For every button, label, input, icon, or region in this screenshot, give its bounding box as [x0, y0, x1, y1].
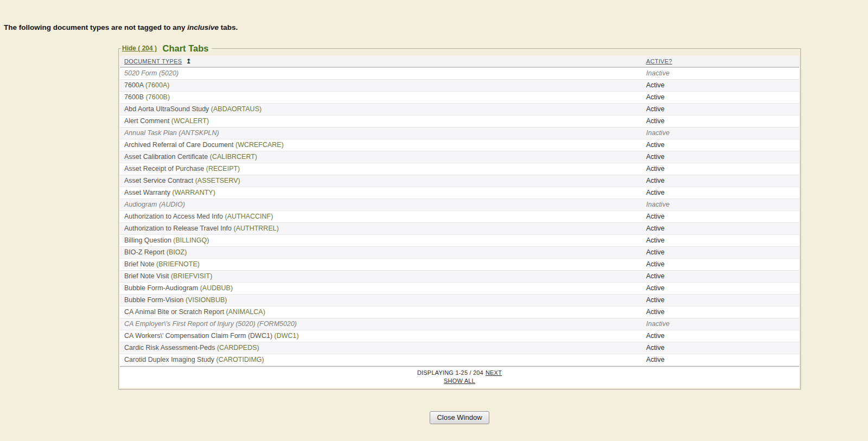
close-window-button[interactable]: Close Window [430, 411, 489, 424]
doc-type-status: Active [642, 354, 799, 366]
doc-type-cell: Asset Warranty (WARRANTY) [120, 187, 642, 199]
doc-type-code: (CAROTIDIMG) [216, 356, 264, 363]
doc-type-cell: Authorization to Release Travel Info (AU… [120, 222, 642, 234]
next-page-link[interactable]: NEXT [486, 369, 502, 376]
doc-type-cell: Brief Note (BRIEFNOTE) [120, 258, 642, 270]
doc-type-status: Inactive [642, 127, 799, 139]
doc-type-code: (WARRANTY) [172, 189, 215, 196]
doc-type-name: Asset Calibration Certificate [124, 153, 208, 161]
doc-type-name: Cardic Risk Assessment-Peds [124, 344, 215, 351]
doc-type-status: Active [642, 103, 799, 115]
doc-type-status: Active [642, 342, 799, 354]
doc-type-code: (DWC1) [275, 332, 299, 340]
doc-type-cell: Asset Service Contract (ASSETSERV) [120, 175, 642, 187]
doc-type-name: Bubble Form-Vision [124, 296, 184, 304]
doc-type-status: Active [642, 151, 799, 163]
table-row: Bubble Form-Vision (VISIONBUB) Active [120, 294, 799, 306]
doc-type-name: Bubble Form-Audiogram [124, 284, 198, 292]
doc-type-status: Active [642, 294, 799, 306]
doc-type-status: Active [642, 330, 799, 342]
doc-type-status: Active [642, 115, 799, 127]
table-row: 7600A (7600A) Active [120, 79, 799, 91]
doc-type-cell: Bubble Form-Vision (VISIONBUB) [120, 294, 642, 306]
table-row: Authorization to Access Med Info (AUTHAC… [120, 210, 799, 222]
show-all-link[interactable]: SHOW ALL [444, 378, 475, 384]
doc-type-name: Abd Aorta UltraSound Study [124, 105, 209, 113]
doc-type-status: Active [642, 163, 799, 175]
doc-type-name: Asset Service Contract [124, 177, 193, 184]
table-row: Annual Task Plan (ANTSKPLN) Inactive [120, 127, 799, 139]
doc-type-code: (FORM5020) [257, 320, 297, 328]
doc-type-status: Inactive [642, 199, 799, 210]
doc-type-name: CA Animal Bite or Scratch Report [124, 308, 224, 316]
chart-tabs-fieldset: Hide ( 204 ) Chart Tabs DOCUMENT TYPES ↥… [118, 43, 801, 389]
doc-type-status: Active [642, 210, 799, 222]
doc-type-cell: Archived Referral of Care Document (WCRE… [120, 139, 642, 151]
intro-text: The following document types are not tag… [4, 23, 238, 31]
doc-type-name: 7600A [124, 81, 143, 89]
intro-prefix: The following document types are not tag… [4, 23, 187, 31]
doc-type-status: Active [642, 91, 799, 103]
doc-type-name: Authorization to Release Travel Info [124, 225, 232, 232]
doc-type-cell: 7600A (7600A) [120, 79, 642, 91]
panel-title: Chart Tabs [162, 43, 208, 53]
doc-type-status: Active [642, 306, 799, 318]
doc-type-status: Active [642, 222, 799, 234]
active-header: ACTIVE? [642, 56, 799, 67]
hide-link[interactable]: Hide ( 204 ) [122, 44, 157, 52]
table-header-row: DOCUMENT TYPES ↥ ACTIVE? [120, 56, 799, 67]
doc-type-cell: Bubble Form-Audiogram (AUDBUB) [120, 282, 642, 294]
doc-type-status: Inactive [642, 318, 799, 330]
doc-type-code: (ANTSKPLN) [178, 129, 219, 137]
doc-type-code: (ANIMALCA) [226, 308, 265, 316]
doc-type-cell: BIO-Z Report (BIOZ) [120, 246, 642, 258]
table-row: Brief Note (BRIEFNOTE) Active [120, 258, 799, 270]
doc-type-status: Active [642, 139, 799, 151]
table-row: Billing Question (BILLINGQ) Active [120, 234, 799, 246]
doc-type-cell: Audiogram (AUDIO) [120, 199, 642, 210]
doc-type-code: (BRIEFNOTE) [156, 260, 200, 268]
doc-type-code: (AUDIO) [159, 201, 185, 208]
doc-type-name: CA Workers\' Compensation Claim Form (DW… [124, 332, 272, 340]
doc-type-cell: Brief Note Visit (BRIEFVISIT) [120, 270, 642, 282]
table-row: Asset Warranty (WARRANTY) Active [120, 187, 799, 199]
doc-type-status: Inactive [642, 67, 799, 79]
doc-type-code: (BIOZ) [167, 248, 187, 256]
table-row: Asset Calibration Certificate (CALIBRCER… [120, 151, 799, 163]
sort-by-document-types-link[interactable]: DOCUMENT TYPES [124, 58, 182, 65]
doc-type-code: (WCALERT) [171, 117, 209, 125]
doc-type-name: Asset Warranty [124, 189, 170, 196]
table-row: Asset Receipt of Purchase (RECEIPT) Acti… [120, 163, 799, 175]
doc-type-code: (CARDPEDS) [217, 344, 259, 351]
doc-type-code: (ABDAORTAUS) [211, 105, 261, 113]
doc-type-status: Active [642, 187, 799, 199]
sort-by-active-link[interactable]: ACTIVE? [646, 58, 672, 65]
doc-type-cell: Authorization to Access Med Info (AUTHAC… [120, 210, 642, 222]
sort-ascending-icon[interactable]: ↥ [186, 57, 192, 65]
doc-type-code: (CALIBRCERT) [210, 153, 257, 161]
table-row: Carotid Duplex Imaging Study (CAROTIDIMG… [120, 354, 799, 366]
doc-type-cell: 5020 Form (5020) [120, 67, 642, 79]
intro-emphasis: inclusive [187, 23, 219, 31]
document-types-header: DOCUMENT TYPES ↥ [120, 56, 642, 67]
doc-type-cell: Asset Calibration Certificate (CALIBRCER… [120, 151, 642, 163]
doc-type-name: Asset Receipt of Purchase [124, 165, 204, 172]
doc-type-status: Active [642, 282, 799, 294]
chart-tabs-legend: Hide ( 204 ) Chart Tabs [121, 43, 212, 54]
chart-tabs-panel: Hide ( 204 ) Chart Tabs DOCUMENT TYPES ↥… [118, 43, 801, 389]
pagination-status: DISPLAYING 1-25 / 204 [417, 369, 483, 376]
table-row: Asset Service Contract (ASSETSERV) Activ… [120, 175, 799, 187]
doc-type-name: Carotid Duplex Imaging Study [124, 356, 214, 363]
intro-suffix: tabs. [219, 23, 238, 31]
table-row: Alert Comment (WCALERT) Active [120, 115, 799, 127]
table-row: 5020 Form (5020) Inactive [120, 67, 799, 79]
doc-type-code: (5020) [159, 69, 178, 77]
doc-type-code: (RECEIPT) [206, 165, 240, 172]
doc-type-cell: CA Employer\'s First Report of Injury (5… [120, 318, 642, 330]
doc-type-code: (7600B) [146, 93, 170, 101]
doc-type-cell: CA Animal Bite or Scratch Report (ANIMAL… [120, 306, 642, 318]
table-row: Abd Aorta UltraSound Study (ABDAORTAUS) … [120, 103, 799, 115]
doc-type-name: 7600B [124, 93, 144, 101]
doc-type-name: Archived Referral of Care Document [124, 141, 233, 149]
doc-type-code: (VISIONBUB) [186, 296, 227, 304]
